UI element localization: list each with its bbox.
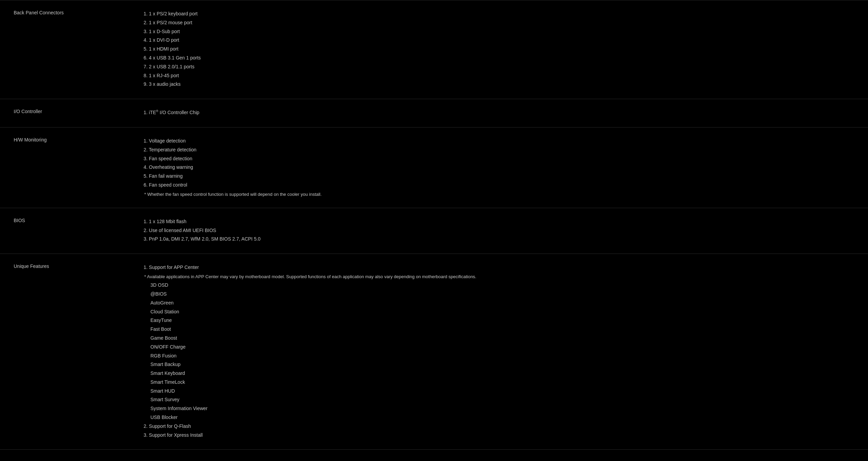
sub-list-item: System Information Viewer — [150, 405, 854, 413]
sub-list-item: ON/OFF Charge — [150, 343, 854, 351]
spec-label: BIOS — [0, 208, 130, 254]
spec-row: Unique Features1. Support for APP Center… — [0, 254, 868, 450]
spec-value: 1. 1 x PS/2 keyboard port2. 1 x PS/2 mou… — [130, 0, 868, 99]
list-item: 2. 1 x PS/2 mouse port — [144, 19, 854, 27]
sub-list-item: Fast Boot — [150, 325, 854, 334]
list-item: 9. 3 x audio jacks — [144, 80, 854, 89]
spec-row: BIOS1. 1 x 128 Mbit flash2. Use of licen… — [0, 208, 868, 254]
sub-list-item: 3D OSD — [150, 281, 854, 289]
list-item: 3. Fan speed detection — [144, 155, 854, 163]
list-item: 6. Fan speed control — [144, 181, 854, 189]
list-item: 1. 1 x PS/2 keyboard port — [144, 10, 854, 18]
list-item: 2. Use of licensed AMI UEFI BIOS — [144, 227, 854, 235]
spec-label: I/O Controller — [0, 99, 130, 127]
spec-value: 1. 1 x 128 Mbit flash2. Use of licensed … — [130, 208, 868, 254]
sub-list-item: USB Blocker — [150, 413, 854, 422]
list-item: 1. Voltage detection — [144, 137, 854, 145]
list-item: 1. 1 x 128 Mbit flash — [144, 218, 854, 226]
spec-label: Back Panel Connectors — [0, 0, 130, 99]
sub-list-item: Smart HUD — [150, 387, 854, 395]
list-item: 5. Fan fail warning — [144, 172, 854, 180]
spec-row: H/W Monitoring1. Voltage detection2. Tem… — [0, 127, 868, 208]
list-item: 4. Overheating warning — [144, 163, 854, 172]
spec-note: * Whether the fan speed control function… — [144, 191, 854, 198]
sub-list-item: Game Boost — [150, 334, 854, 342]
list-item: 7. 2 x USB 2.0/1.1 ports — [144, 63, 854, 71]
spec-row: I/O Controller1. iTE® I/O Controller Chi… — [0, 99, 868, 127]
sub-list-item: @BIOS — [150, 290, 854, 298]
sub-list-item: Smart Survey — [150, 396, 854, 404]
spec-table: Back Panel Connectors1. 1 x PS/2 keyboar… — [0, 0, 868, 450]
list-item: 1. Support for APP Center* Available app… — [144, 263, 854, 422]
spec-row: Back Panel Connectors1. 1 x PS/2 keyboar… — [0, 0, 868, 99]
sub-list-item: Smart Backup — [150, 361, 854, 369]
sub-list-item: EasyTune — [150, 316, 854, 325]
sub-list-item: RGB Fusion — [150, 352, 854, 360]
list-item: 6. 4 x USB 3.1 Gen 1 ports — [144, 54, 854, 62]
list-item: 8. 1 x RJ-45 port — [144, 72, 854, 80]
list-item: 1. iTE® I/O Controller Chip — [144, 109, 854, 117]
list-item: 3. PnP 1.0a, DMI 2.7, WfM 2.0, SM BIOS 2… — [144, 235, 854, 243]
list-item: 3. 1 x D-Sub port — [144, 28, 854, 36]
spec-label: Unique Features — [0, 254, 130, 450]
spec-note: * Available applications in APP Center m… — [144, 273, 854, 281]
sub-list-item: Smart TimeLock — [150, 378, 854, 387]
spec-value: 1. Voltage detection2. Temperature detec… — [130, 127, 868, 208]
list-item: 4. 1 x DVI-D port — [144, 36, 854, 44]
spec-value: 1. iTE® I/O Controller Chip — [130, 99, 868, 127]
spec-value: 1. Support for APP Center* Available app… — [130, 254, 868, 450]
sub-list-item: Smart Keyboard — [150, 369, 854, 378]
list-item: 3. Support for Xpress Install — [144, 431, 854, 439]
list-item: 2. Support for Q-Flash — [144, 422, 854, 431]
spec-label: H/W Monitoring — [0, 127, 130, 208]
sub-list-item: Cloud Station — [150, 308, 854, 316]
list-item: 5. 1 x HDMI port — [144, 45, 854, 53]
list-item: 2. Temperature detection — [144, 146, 854, 154]
sub-list-item: AutoGreen — [150, 299, 854, 307]
